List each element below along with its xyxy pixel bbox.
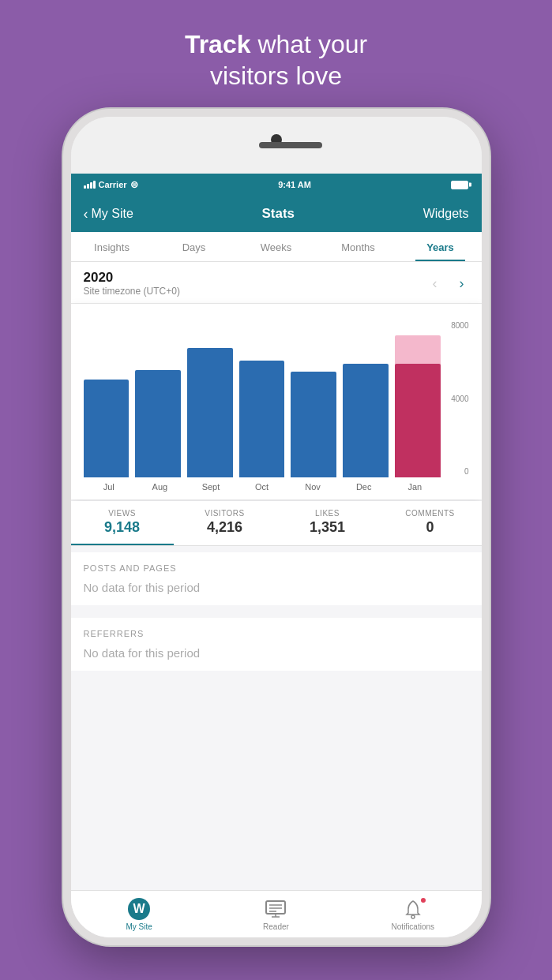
referrers-title: REFERRERS <box>84 629 469 638</box>
bar-jan-bg <box>395 335 441 477</box>
mysite-icon: W <box>128 898 150 920</box>
volume-down-button <box>63 314 65 355</box>
stats-row: VIEWS 9,148 VISITORS 4,216 LIKES 1,351 C… <box>71 501 482 546</box>
wordpress-icon: W <box>128 898 150 920</box>
posts-pages-title: POSTS AND PAGES <box>84 563 469 573</box>
nav-title: Stats <box>133 206 423 222</box>
bar-aug <box>135 320 181 477</box>
stat-visitors[interactable]: VISITORS 4,216 <box>174 501 276 545</box>
bar-aug-fill <box>135 370 181 477</box>
bar-sept <box>187 320 233 477</box>
stat-likes-value: 1,351 <box>283 519 373 536</box>
stat-visitors-label: VISITORS <box>180 509 270 518</box>
svg-point-6 <box>411 915 415 918</box>
wifi-icon: ⊜ <box>130 179 138 190</box>
chart-area: 8000 4000 0 <box>84 320 469 477</box>
back-button[interactable]: ‹ My Site <box>84 206 133 223</box>
bar-dec <box>343 320 389 477</box>
bottom-tab-reader[interactable]: Reader <box>208 898 344 931</box>
date-info: 2020 Site timezone (UTC+0) <box>84 270 180 297</box>
content-scroll: POSTS AND PAGES No data for this period … <box>71 546 482 890</box>
referrers-section: REFERRERS No data for this period <box>71 618 482 671</box>
date-nav: ‹ › <box>428 274 469 294</box>
bar-oct-fill <box>239 361 285 477</box>
prev-period-button[interactable]: ‹ <box>428 274 442 294</box>
header-bold: Track <box>185 30 251 58</box>
speaker <box>259 142 322 148</box>
phone-top <box>71 117 482 174</box>
x-label-dec: Dec <box>338 482 389 492</box>
status-bar: Carrier ⊜ 9:41 AM <box>71 174 482 196</box>
stat-views-label: VIEWS <box>77 509 167 518</box>
chart-container: 8000 4000 0 Jul Aug Sept Oct Nov Dec Jan <box>71 304 482 499</box>
x-label-nov: Nov <box>287 482 339 492</box>
tab-insights[interactable]: Insights <box>71 232 153 261</box>
bottom-tab-bar: W My Site Rea <box>71 890 482 937</box>
chevron-left-icon: ‹ <box>84 206 88 223</box>
stat-likes[interactable]: LIKES 1,351 <box>276 501 379 545</box>
power-button <box>488 275 490 331</box>
status-time: 9:41 AM <box>278 180 311 189</box>
bar-jan-fg-fill <box>395 364 441 477</box>
stat-views-value: 9,148 <box>77 519 167 536</box>
signal-icon <box>84 181 96 189</box>
tab-days[interactable]: Days <box>153 232 235 261</box>
back-label: My Site <box>92 207 133 221</box>
volume-up-button <box>63 265 65 306</box>
mysite-label: My Site <box>126 922 152 931</box>
x-axis-labels: Jul Aug Sept Oct Nov Dec Jan <box>84 482 469 492</box>
bar-oct <box>239 320 285 477</box>
y-label-8000: 8000 <box>451 321 468 330</box>
mute-button <box>63 227 65 254</box>
y-axis: 8000 4000 0 <box>441 320 469 477</box>
y-label-4000: 4000 <box>451 395 468 403</box>
header-line2: visitors love <box>210 62 342 90</box>
chart-bars <box>84 320 441 477</box>
notifications-label: Notifications <box>392 922 434 931</box>
referrers-empty: No data for this period <box>84 646 469 660</box>
reader-label: Reader <box>263 922 289 931</box>
bar-nov-fill <box>291 372 336 477</box>
date-year: 2020 <box>84 270 180 286</box>
bar-jul <box>84 320 130 477</box>
stat-comments-label: COMMENTS <box>385 509 475 518</box>
tab-months[interactable]: Months <box>317 232 400 261</box>
bar-nov <box>291 320 336 477</box>
phone-frame: Carrier ⊜ 9:41 AM ‹ My Site Stats Widget… <box>63 109 490 945</box>
status-right <box>451 181 468 189</box>
carrier-label: Carrier <box>99 180 127 189</box>
widgets-button[interactable]: Widgets <box>423 207 469 221</box>
stat-visitors-value: 4,216 <box>180 519 270 536</box>
y-label-0: 0 <box>464 467 469 476</box>
bar-jul-fill <box>84 380 130 477</box>
date-row: 2020 Site timezone (UTC+0) ‹ › <box>71 262 482 304</box>
battery-icon <box>451 181 468 189</box>
posts-pages-empty: No data for this period <box>84 581 469 594</box>
stat-comments-value: 0 <box>385 519 475 536</box>
stat-views[interactable]: VIEWS 9,148 <box>71 501 174 545</box>
x-label-oct: Oct <box>236 482 287 492</box>
x-label-aug: Aug <box>134 482 186 492</box>
posts-pages-section: POSTS AND PAGES No data for this period <box>71 552 482 605</box>
bottom-tab-mysite[interactable]: W My Site <box>71 898 208 931</box>
x-label-jan: Jan <box>389 482 441 492</box>
x-label-sept: Sept <box>186 482 237 492</box>
stat-comments[interactable]: COMMENTS 0 <box>379 501 482 545</box>
bar-sept-fill <box>187 348 233 477</box>
date-timezone: Site timezone (UTC+0) <box>84 286 180 297</box>
tab-years[interactable]: Years <box>400 232 482 261</box>
notification-badge <box>419 896 427 904</box>
next-period-button[interactable]: › <box>455 274 469 294</box>
stat-likes-label: LIKES <box>283 509 373 518</box>
header-text: Track what your visitors love <box>185 28 367 92</box>
nav-bar: ‹ My Site Stats Widgets <box>71 196 482 232</box>
x-label-jul: Jul <box>84 482 135 492</box>
screen: Carrier ⊜ 9:41 AM ‹ My Site Stats Widget… <box>71 174 482 937</box>
reader-icon <box>265 898 287 920</box>
notifications-icon <box>402 898 424 920</box>
bottom-tab-notifications[interactable]: Notifications <box>344 898 481 931</box>
tab-weeks[interactable]: Weeks <box>235 232 317 261</box>
status-left: Carrier ⊜ <box>84 179 138 190</box>
period-tabs: Insights Days Weeks Months Years <box>71 232 482 262</box>
bar-dec-fill <box>343 364 389 477</box>
